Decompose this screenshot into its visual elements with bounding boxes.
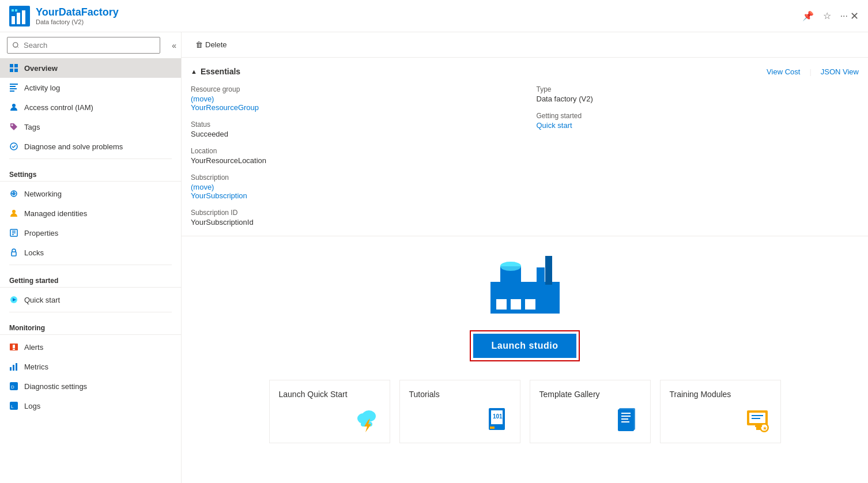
status-value: Succeeded	[191, 130, 514, 138]
search-input[interactable]	[7, 37, 160, 54]
main-layout: « Overview	[0, 32, 868, 483]
delete-icon: 🗑	[195, 40, 203, 49]
sidebar-item-diagnostic-settings[interactable]: D Diagnostic settings	[0, 376, 181, 396]
card-training-modules[interactable]: Training Modules ★	[660, 380, 781, 443]
cloud-thunder-icon	[353, 406, 380, 433]
monitoring-section-label: Monitoring	[0, 315, 181, 335]
svg-rect-6	[10, 64, 13, 67]
sidebar-item-metrics[interactable]: Metrics	[0, 357, 181, 376]
logs-icon: L	[9, 401, 18, 410]
sidebar-item-locks[interactable]: Locks	[0, 243, 181, 262]
resource-group-link[interactable]: YourResourceGroup	[191, 103, 259, 112]
pin-button[interactable]: 📌	[800, 8, 816, 24]
content-area: 🗑 Delete ▲ Essentials View Cost | JSON V…	[182, 32, 868, 483]
cards-row: Launch Quick Start Tutorials	[195, 380, 854, 443]
managed-identities-icon	[9, 209, 18, 218]
favorite-button[interactable]: ☆	[821, 8, 833, 24]
delete-button[interactable]: 🗑 Delete	[191, 37, 232, 52]
activity-log-icon	[9, 83, 18, 92]
quick-start-link[interactable]: Quick start	[537, 121, 572, 130]
metrics-icon	[9, 362, 18, 371]
sidebar-item-tags[interactable]: Tags	[0, 117, 181, 137]
svg-rect-68	[756, 427, 761, 430]
svg-rect-59	[621, 421, 629, 422]
subscription-link[interactable]: YourSubscription	[191, 191, 247, 200]
iam-label: Access control (IAM)	[24, 103, 93, 112]
svg-rect-12	[10, 88, 17, 89]
close-button[interactable]: ✕	[850, 10, 859, 22]
card-launch-quick-start[interactable]: Launch Quick Start	[269, 380, 390, 443]
more-button[interactable]: ···	[838, 9, 850, 24]
svg-text:D: D	[11, 384, 14, 390]
move-subscription-link[interactable]: (move)	[191, 183, 214, 191]
settings-section-label: Settings	[0, 161, 181, 182]
location-value: YourResourceLocation	[191, 156, 514, 165]
svg-point-19	[12, 210, 16, 213]
quick-start-icon	[9, 295, 18, 304]
locks-label: Locks	[24, 248, 44, 257]
locks-icon	[9, 248, 18, 257]
svg-point-39	[500, 262, 521, 271]
move-resource-group-link[interactable]: (move)	[191, 95, 214, 103]
properties-label: Properties	[24, 229, 58, 237]
iam-icon	[9, 103, 18, 112]
sidebar-item-iam[interactable]: Access control (IAM)	[0, 97, 181, 117]
card-template-gallery[interactable]: Template Gallery	[530, 380, 651, 443]
view-cost-link[interactable]: View Cost	[767, 67, 800, 76]
svg-rect-10	[10, 84, 18, 85]
type-value: Data factory (V2)	[537, 95, 859, 103]
card-tutorials[interactable]: Tutorials 101	[399, 380, 520, 443]
svg-rect-62	[752, 415, 763, 416]
svg-rect-32	[16, 363, 17, 371]
certificate-icon: ★	[744, 406, 771, 433]
launch-studio-wrapper: Launch studio	[470, 330, 580, 361]
metrics-label: Metrics	[24, 363, 48, 371]
json-view-link[interactable]: JSON View	[821, 67, 859, 76]
resource-type: Data factory (V2)	[36, 18, 800, 25]
sidebar-item-properties[interactable]: Properties	[0, 223, 181, 243]
svg-rect-45	[545, 256, 552, 285]
sidebar-item-quick-start[interactable]: Quick start	[0, 290, 181, 310]
card-template-gallery-icon-row	[539, 406, 641, 433]
essentials-actions: View Cost | JSON View	[767, 67, 859, 76]
managed-identities-label: Managed identities	[24, 209, 87, 218]
sidebar-item-networking[interactable]: Networking	[0, 184, 181, 203]
field-location: Location YourResourceLocation	[191, 147, 514, 165]
essentials-header: ▲ Essentials View Cost | JSON View	[191, 67, 859, 76]
sidebar-item-overview[interactable]: Overview	[0, 58, 181, 78]
essentials-grid: Resource group (move) YourResourceGroup …	[191, 85, 859, 227]
svg-rect-63	[752, 418, 760, 419]
getting-started-section-label: Getting started	[0, 267, 181, 288]
svg-point-14	[12, 104, 16, 107]
header-actions: 📌 ☆ ···	[800, 8, 850, 24]
sidebar-navigation: Overview Activity log	[0, 58, 181, 483]
sidebar-item-activity-log[interactable]: Activity log	[0, 78, 181, 97]
card-training-modules-icon-row: ★	[670, 406, 771, 433]
tags-icon	[9, 122, 18, 131]
sidebar-item-logs[interactable]: L Logs	[0, 396, 181, 416]
svg-rect-2	[17, 13, 20, 24]
sidebar-item-diagnose[interactable]: Diagnose and solve problems	[0, 137, 181, 156]
card-training-modules-title: Training Modules	[670, 390, 731, 399]
header-title-group: YourDataFactory Data factory (V2)	[36, 6, 800, 25]
sidebar-item-managed-identities[interactable]: Managed identities	[0, 203, 181, 223]
svg-text:★: ★	[763, 425, 767, 431]
overview-icon	[9, 63, 18, 73]
diagnose-icon	[9, 142, 18, 151]
svg-rect-41	[496, 299, 507, 310]
sidebar-item-alerts[interactable]: Alerts	[0, 337, 181, 357]
card-tutorials-title: Tutorials	[409, 390, 440, 399]
svg-rect-24	[12, 252, 16, 256]
alerts-icon	[9, 342, 18, 352]
svg-rect-5	[15, 9, 17, 12]
launch-studio-button[interactable]: Launch studio	[473, 334, 577, 358]
header: YourDataFactory Data factory (V2) 📌 ☆ ··…	[0, 0, 868, 32]
networking-icon	[9, 189, 18, 198]
diagnostic-settings-icon: D	[9, 382, 18, 391]
svg-rect-4	[12, 9, 14, 12]
card-launch-quick-start-icon-row	[279, 406, 380, 433]
essentials-collapse-icon: ▲	[191, 68, 197, 75]
sidebar-collapse-button[interactable]: «	[167, 36, 181, 55]
search-wrapper	[0, 32, 167, 58]
svg-rect-11	[10, 86, 16, 87]
